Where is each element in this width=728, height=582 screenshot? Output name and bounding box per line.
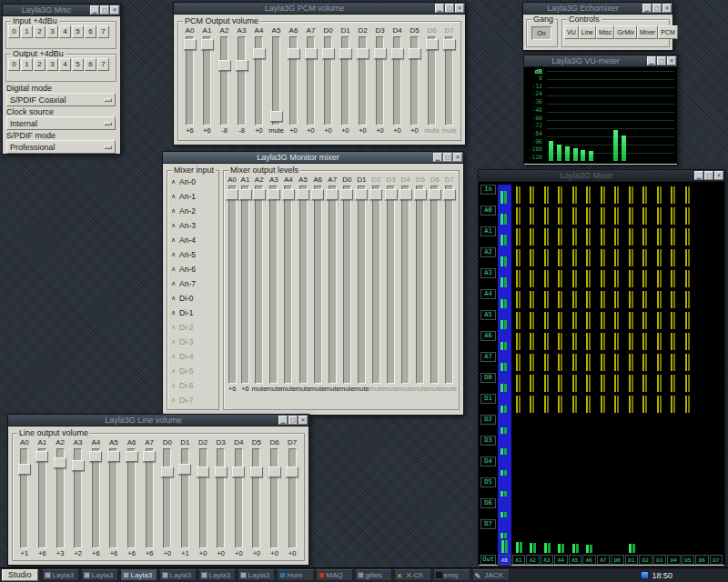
slider-knob[interactable]	[288, 48, 300, 59]
spdif-mode-select[interactable]: Professional	[6, 140, 116, 154]
mixer-input-item-Di-2[interactable]: ∧Di-2	[169, 320, 217, 335]
slider-knob[interactable]	[218, 60, 231, 71]
slider-knob[interactable]	[18, 464, 31, 475]
matrix-col-label-A3[interactable]: A3	[541, 555, 554, 565]
slider-knob[interactable]	[226, 189, 238, 200]
slider-trough[interactable]	[238, 36, 246, 125]
taskbar-app-gilles[interactable]: gilles	[355, 569, 392, 581]
matrix-col-label-D7[interactable]: D7	[710, 555, 723, 565]
output-4dbu-toggle-3[interactable]: 3	[46, 58, 58, 71]
slider-knob[interactable]	[35, 451, 48, 462]
matrix-row-label-A0[interactable]: A0	[480, 206, 496, 216]
taskbar-task-5[interactable]: Layla3	[238, 569, 275, 581]
matrix-col-label-D0[interactable]: D0	[611, 555, 624, 565]
mixer-input-item-An-1[interactable]: ∧An-1	[169, 189, 217, 204]
taskbar-app-maq[interactable]: MAQ	[316, 569, 353, 581]
mixer-input-item-An-2[interactable]: ∧An-2	[169, 204, 217, 218]
maximize-icon[interactable]: ▢	[652, 4, 662, 13]
main-titlebar[interactable]: Layla3G Echomixer ▁▢✕	[523, 3, 672, 15]
slider-trough[interactable]	[228, 186, 237, 384]
slider-knob[interactable]	[72, 460, 85, 471]
slider-knob[interactable]	[369, 189, 382, 200]
slider-knob[interactable]	[107, 451, 120, 462]
workspace-button[interactable]: Studio	[2, 569, 38, 581]
line-titlebar[interactable]: Layla3G Line volume ▁▢✕	[8, 415, 308, 426]
slider-knob[interactable]	[89, 451, 102, 462]
input-4dbu-toggle-4[interactable]: 4	[59, 25, 71, 38]
digital-mode-select[interactable]: S/PDIF Coaxial	[6, 93, 116, 106]
matrix-row-label-D0[interactable]: D0	[480, 373, 496, 383]
matrix-col-label-A0[interactable]: A0	[498, 555, 511, 565]
close-icon[interactable]: ✕	[714, 171, 723, 180]
taskbar-app-jack[interactable]: ✎JACK	[472, 569, 510, 581]
slider-knob[interactable]	[311, 189, 324, 200]
close-icon[interactable]: ✕	[453, 153, 462, 162]
input-4dbu-toggle-6[interactable]: 6	[85, 25, 96, 38]
matrix-col-label-A1[interactable]: A1	[512, 555, 526, 565]
slider-trough[interactable]	[38, 448, 46, 548]
slider-knob[interactable]	[54, 457, 66, 468]
matrix-col-label-D1[interactable]: D1	[625, 555, 639, 565]
output-4dbu-toggle-6[interactable]: 6	[85, 58, 96, 71]
matrix-col-label-D3[interactable]: D3	[653, 555, 667, 565]
mixer-input-item-An-0[interactable]: ∧An-0	[169, 175, 217, 189]
slider-knob[interactable]	[270, 111, 283, 122]
slider-trough[interactable]	[329, 186, 337, 384]
slider-knob[interactable]	[339, 48, 352, 59]
slider-knob[interactable]	[357, 48, 369, 59]
slider-knob[interactable]	[201, 39, 214, 50]
output-4dbu-toggle-4[interactable]: 4	[59, 58, 71, 71]
slider-trough[interactable]	[92, 448, 100, 548]
slider-trough[interactable]	[445, 186, 453, 384]
slider-trough[interactable]	[288, 448, 297, 548]
maximize-icon[interactable]: ▢	[288, 416, 298, 425]
mixer-input-item-Di-6[interactable]: ∧Di-6	[169, 378, 217, 393]
slider-knob[interactable]	[236, 60, 248, 71]
clock-applet[interactable]: 18:50	[638, 569, 675, 581]
output-4dbu-toggle-1[interactable]: 1	[21, 58, 33, 71]
minimize-icon[interactable]: ▁	[642, 4, 652, 13]
slider-knob[interactable]	[429, 189, 441, 200]
control-button-grmix[interactable]: GrMix	[614, 25, 637, 39]
slider-trough[interactable]	[343, 186, 351, 384]
control-button-line[interactable]: Line	[579, 25, 596, 39]
slider-knob[interactable]	[443, 39, 456, 50]
matrix-row-label-D3[interactable]: D3	[480, 436, 496, 446]
output-4dbu-toggle-0[interactable]: 0	[8, 58, 20, 71]
mixer-input-item-Di-5[interactable]: ∧Di-5	[169, 364, 217, 378]
close-icon[interactable]: ✕	[298, 416, 308, 425]
slider-knob[interactable]	[305, 48, 318, 59]
slider-trough[interactable]	[299, 186, 308, 384]
control-button-vu[interactable]: VU	[564, 25, 579, 39]
matrix-row-label-D2[interactable]: D2	[480, 415, 496, 425]
slider-knob[interactable]	[268, 467, 281, 477]
slider-knob[interactable]	[426, 39, 439, 50]
monitor-titlebar[interactable]: Layla3G Monitor mixer ▁▢✕	[163, 152, 463, 164]
taskbar-task-1[interactable]: Layla3	[81, 569, 118, 581]
slider-knob[interactable]	[355, 189, 368, 200]
slider-knob[interactable]	[385, 189, 398, 200]
slider-trough[interactable]	[269, 186, 278, 384]
taskbar-task-2[interactable]: Layla3	[120, 569, 157, 581]
slider-trough[interactable]	[314, 186, 322, 384]
mixer-input-item-An-6[interactable]: ∧An-6	[169, 262, 217, 276]
matrix-col-label-D2[interactable]: D2	[639, 555, 652, 565]
input-4dbu-toggle-0[interactable]: 0	[8, 25, 20, 38]
minimize-icon[interactable]: ▁	[90, 5, 99, 15]
slider-trough[interactable]	[146, 448, 154, 548]
slider-trough[interactable]	[217, 448, 225, 548]
maximize-icon[interactable]: ▢	[100, 5, 109, 15]
slider-knob[interactable]	[253, 48, 266, 59]
slider-trough[interactable]	[163, 448, 171, 548]
output-4dbu-toggle-2[interactable]: 2	[34, 58, 46, 71]
gang-on-button[interactable]: On	[531, 26, 551, 40]
slider-knob[interactable]	[178, 464, 191, 475]
mixer-input-item-Di-4[interactable]: ∧Di-4	[169, 349, 217, 364]
matrix-row-label-A6[interactable]: A6	[480, 331, 496, 341]
matrix-row-label-D6[interactable]: D6	[480, 498, 496, 508]
slider-knob[interactable]	[126, 451, 138, 462]
slider-knob[interactable]	[253, 189, 266, 200]
matrix-row-label-A2[interactable]: A2	[480, 247, 496, 257]
misc-titlebar[interactable]: Layla3G Misc ▁▢✕	[3, 5, 120, 16]
taskbar-task-3[interactable]: Layla3	[159, 569, 197, 581]
